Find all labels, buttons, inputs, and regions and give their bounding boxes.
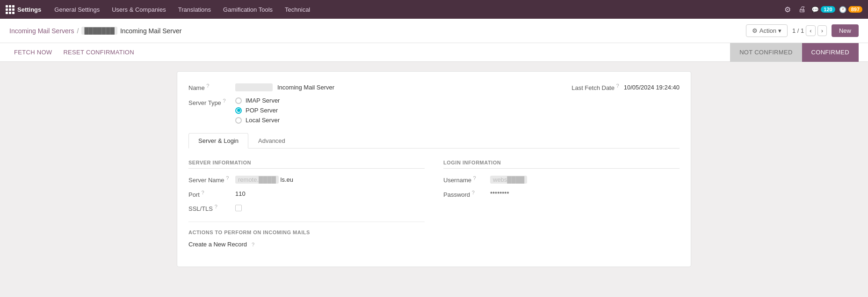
- pagination-next-btn[interactable]: ›: [817, 25, 827, 36]
- name-field-row: Name ? Incoming Mail Server: [188, 83, 553, 91]
- fetch-now-btn[interactable]: FETCH NOW: [9, 46, 57, 59]
- login-information-section: LOGIN INFORMATION Username ? webs████ Pa…: [443, 160, 680, 253]
- last-fetch-value: 10/05/2024 19:24:40: [624, 84, 680, 91]
- radio-local[interactable]: Local Server: [235, 117, 280, 124]
- server-name-field: Server Name ? remote.████ ls.eu: [188, 175, 425, 184]
- actions-section: ACTIONS TO PERFORM ON INCOMING MAILS Cre…: [188, 222, 425, 248]
- pagination-prev-btn[interactable]: ‹: [806, 25, 815, 36]
- create-record-field: Create a New Record ?: [188, 241, 425, 248]
- nav-menu: General Settings Users & Companies Trans…: [49, 3, 779, 16]
- messages-badge-btn[interactable]: 💬 120: [811, 6, 835, 13]
- breadcrumb-right: ⚙ Action ▾ 1 / 1 ‹ › New: [746, 24, 859, 37]
- radio-local-circle: [235, 117, 242, 124]
- tab-server-login[interactable]: Server & Login: [188, 133, 248, 148]
- nav-technical[interactable]: Technical: [279, 3, 316, 16]
- radio-imap-label: IMAP Server: [246, 97, 280, 104]
- sections-row: SERVER INFORMATION Server Name ? remote.…: [188, 160, 680, 253]
- print-icon-btn[interactable]: 🖨: [796, 3, 808, 15]
- top-fields-row: Name ? Incoming Mail Server Server Type …: [188, 83, 680, 124]
- clock-icon: 🕐: [839, 6, 846, 13]
- action-bar: FETCH NOW RESET CONFIRMATION NOT CONFIRM…: [0, 43, 868, 62]
- port-field: Port ? 110: [188, 190, 425, 198]
- username-blurred-value: webs████: [490, 176, 527, 184]
- port-help-icon[interactable]: ?: [201, 190, 204, 195]
- last-fetch-field-row: Last Fetch Date ? 10/05/2024 19:24:40: [571, 83, 680, 91]
- nav-translations[interactable]: Translations: [173, 3, 217, 16]
- password-help-icon[interactable]: ?: [472, 190, 475, 195]
- record-card: Name ? Incoming Mail Server Server Type …: [177, 71, 691, 267]
- confirmed-btn[interactable]: CONFIRMED: [802, 43, 859, 62]
- messages-count: 120: [821, 6, 835, 13]
- last-fetch-help-icon[interactable]: ?: [616, 83, 619, 89]
- left-fields: Name ? Incoming Mail Server Server Type …: [188, 83, 553, 124]
- radio-local-label: Local Server: [246, 117, 280, 124]
- right-fields: Last Fetch Date ? 10/05/2024 19:24:40: [571, 83, 680, 124]
- create-record-help-icon[interactable]: ?: [252, 242, 254, 247]
- activity-count: 897: [848, 6, 862, 13]
- last-fetch-label: Last Fetch Date ?: [571, 83, 619, 91]
- grid-icon: [6, 5, 14, 14]
- server-name-label: Server Name ?: [188, 175, 231, 184]
- tab-advanced[interactable]: Advanced: [248, 133, 295, 148]
- username-help-icon[interactable]: ?: [473, 175, 476, 181]
- server-name-help-icon[interactable]: ?: [226, 175, 229, 181]
- actions-title: ACTIONS TO PERFORM ON INCOMING MAILS: [188, 230, 425, 235]
- nav-right-actions: ⚙ 🖨 💬 120 🕐 897: [782, 3, 862, 16]
- server-name-blurred: remote.████ ls.eu: [235, 176, 293, 184]
- server-info-title: SERVER INFORMATION: [188, 160, 425, 169]
- server-name-blurred-value: remote.████: [235, 176, 279, 184]
- radio-pop-label: POP Server: [246, 107, 278, 114]
- pagination: 1 / 1 ‹ ›: [792, 25, 827, 36]
- server-type-field-row: Server Type ? IMAP Server POP Server: [188, 97, 553, 124]
- message-icon: 💬: [811, 6, 819, 13]
- action-dropdown-btn[interactable]: ⚙ Action ▾: [746, 24, 788, 37]
- ssl-help-icon[interactable]: ?: [215, 204, 217, 209]
- gear-icon: ⚙: [752, 27, 758, 34]
- not-confirmed-btn[interactable]: NOT CONFIRMED: [730, 43, 802, 62]
- breadcrumb-bar: Incoming Mail Servers / ███████ Incoming…: [0, 19, 868, 43]
- server-type-help-icon[interactable]: ?: [223, 98, 225, 104]
- ssl-field: SSL/TLS ?: [188, 204, 425, 212]
- password-field: Password ? ********: [443, 190, 680, 198]
- breadcrumb-parent-link[interactable]: Incoming Mail Servers: [9, 27, 74, 35]
- status-buttons: NOT CONFIRMED CONFIRMED: [730, 43, 859, 62]
- tab-content: SERVER INFORMATION Server Name ? remote.…: [188, 158, 680, 255]
- ssl-label: SSL/TLS ?: [188, 204, 231, 212]
- chevron-down-icon: ▾: [778, 27, 781, 34]
- breadcrumb: Incoming Mail Servers / ███████ Incoming…: [9, 27, 181, 35]
- name-value-blurred: [235, 83, 273, 91]
- nav-users-companies[interactable]: Users & Companies: [106, 3, 172, 16]
- breadcrumb-current-id: ███████: [81, 27, 117, 35]
- username-field: Username ? webs████: [443, 175, 680, 184]
- password-label: Password ?: [443, 190, 485, 198]
- server-name-suffix: ls.eu: [281, 176, 293, 183]
- action-label: Action: [760, 27, 776, 34]
- action-bar-buttons: FETCH NOW RESET CONFIRMATION: [9, 46, 139, 59]
- port-value: 110: [235, 190, 246, 197]
- reset-confirmation-btn[interactable]: RESET CONFIRMATION: [58, 46, 139, 59]
- nav-gamification-tools[interactable]: Gamification Tools: [217, 3, 278, 16]
- top-navigation: Settings General Settings Users & Compan…: [0, 0, 868, 19]
- main-content: Name ? Incoming Mail Server Server Type …: [0, 62, 868, 276]
- name-suffix: Incoming Mail Server: [277, 84, 334, 91]
- name-help-icon[interactable]: ?: [206, 83, 209, 89]
- server-information-section: SERVER INFORMATION Server Name ? remote.…: [188, 160, 425, 253]
- brand-name: Settings: [17, 6, 41, 13]
- login-info-title: LOGIN INFORMATION: [443, 160, 680, 169]
- new-record-btn[interactable]: New: [832, 24, 859, 37]
- nav-general-settings[interactable]: General Settings: [49, 3, 105, 16]
- settings-icon-btn[interactable]: ⚙: [782, 3, 793, 16]
- radio-imap-circle: [235, 97, 242, 104]
- activity-badge-btn[interactable]: 🕐 897: [839, 6, 862, 13]
- tabs-bar: Server & Login Advanced: [188, 133, 680, 148]
- server-type-label: Server Type ?: [188, 98, 231, 106]
- name-label: Name ?: [188, 83, 231, 91]
- username-value: webs████: [490, 176, 527, 184]
- ssl-checkbox[interactable]: [235, 205, 242, 211]
- radio-imap[interactable]: IMAP Server: [235, 97, 280, 104]
- server-type-radio-group: IMAP Server POP Server Local Server: [235, 97, 280, 124]
- pagination-text: 1 / 1: [792, 27, 804, 34]
- username-label: Username ?: [443, 175, 485, 184]
- radio-pop[interactable]: POP Server: [235, 107, 280, 114]
- brand-logo[interactable]: Settings: [6, 5, 41, 14]
